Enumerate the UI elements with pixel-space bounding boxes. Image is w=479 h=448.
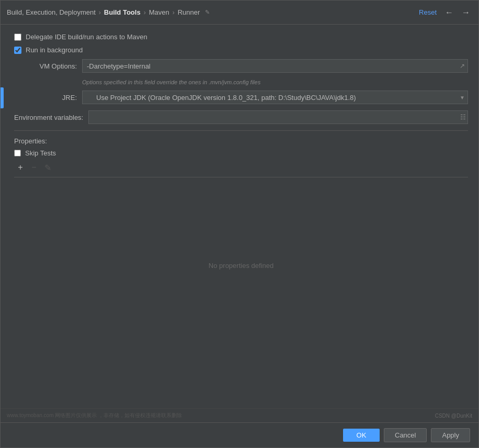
settings-panel: Delegate IDE build/run actions to Maven … [4,25,478,408]
env-variables-row: Environment variables: ☷ [14,110,468,124]
header-actions: Reset ← → [417,7,472,18]
header-bar: Build, Execution, Deployment › Build Too… [1,1,478,25]
run-background-checkbox-row: Run in background [14,46,468,54]
watermark-text: www.toymoban.com 网络图片仅供展示 ，非存储，如有侵权违规请联系… [7,412,182,419]
edit-property-button[interactable]: ✎ [41,161,54,174]
vm-options-label: VM Options: [14,62,82,70]
breadcrumb: Build, Execution, Deployment › Build Too… [7,8,210,16]
vm-options-input[interactable] [82,59,468,73]
apply-button[interactable]: Apply [431,428,470,442]
delegate-label[interactable]: Delegate IDE build/run actions to Maven [26,33,147,41]
jre-row: JRE: 🖿 Use Project JDK (Oracle OpenJDK v… [14,91,468,104]
run-background-checkbox[interactable] [14,47,21,54]
skip-tests-row: Skip Tests [14,149,468,157]
main-content: Delegate IDE build/run actions to Maven … [1,25,478,408]
vm-options-expand-button[interactable]: ↗ [459,61,466,71]
cancel-button[interactable]: Cancel [384,428,427,442]
remove-property-button[interactable]: − [28,161,40,174]
bottom-bar: www.toymoban.com 网络图片仅供展示 ，非存储，如有侵权违规请联系… [1,408,478,422]
ok-button[interactable]: OK [343,429,380,442]
footer: OK Cancel Apply [1,422,478,447]
jre-label: JRE: [14,94,82,102]
section-divider-1 [14,130,468,131]
jre-select[interactable]: Use Project JDK (Oracle OpenJDK version … [82,91,468,104]
nav-back-button[interactable]: ← [443,7,455,18]
env-variables-label: Environment variables: [14,114,88,121]
breadcrumb-runner: Runner [178,8,200,16]
breadcrumb-maven: Maven [149,8,169,16]
properties-section-label: Properties: [14,135,468,145]
breadcrumb-sep-2: › [144,9,146,16]
delegate-checkbox[interactable] [14,33,21,41]
vm-options-field: ↗ [82,59,468,73]
env-variables-field: ☷ [88,110,468,124]
vm-options-row: VM Options: ↗ [14,59,468,73]
env-variables-input[interactable] [88,110,468,124]
edit-icon: ✎ [205,9,210,16]
jre-select-wrapper: 🖿 Use Project JDK (Oracle OpenJDK versio… [82,91,468,104]
run-background-label[interactable]: Run in background [26,46,83,54]
delegate-checkbox-row: Delegate IDE build/run actions to Maven [14,33,468,41]
vm-options-hint: Options specified in this field override… [82,79,468,85]
breadcrumb-build-tools: Build Tools [104,8,141,16]
breadcrumb-sep-3: › [173,9,175,16]
empty-state: No properties defined [14,182,468,349]
nav-forward-button[interactable]: → [460,7,472,18]
skip-tests-label[interactable]: Skip Tests [25,149,56,157]
breadcrumb-build-execution: Build, Execution, Deployment [7,8,96,16]
breadcrumb-sep-1: › [99,9,101,16]
skip-tests-checkbox[interactable] [14,150,21,156]
add-property-button[interactable]: + [14,161,27,174]
reset-button[interactable]: Reset [417,7,439,17]
env-variables-browse-button[interactable]: ☷ [460,114,466,121]
csdn-badge: CSDN @DunKit [435,413,472,419]
properties-toolbar: + − ✎ [14,161,468,177]
